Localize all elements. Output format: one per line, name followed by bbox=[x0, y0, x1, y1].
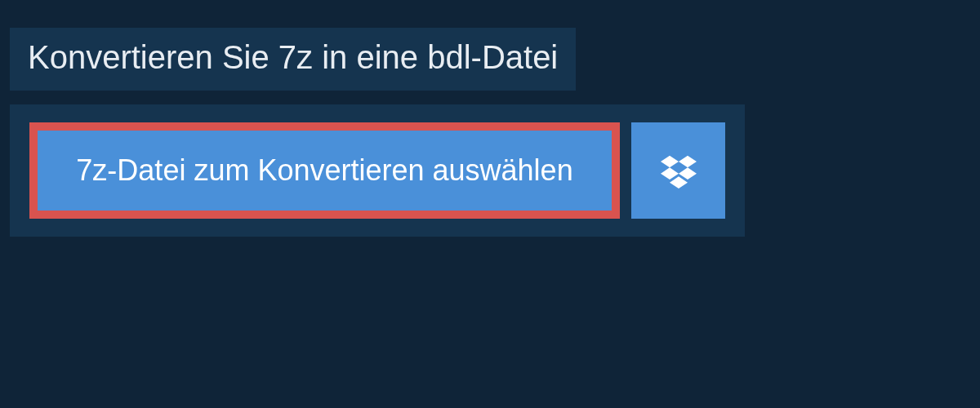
dropbox-icon bbox=[661, 153, 697, 188]
header-bar: Konvertieren Sie 7z in eine bdl-Datei bbox=[10, 28, 576, 91]
select-file-button[interactable]: 7z-Datei zum Konvertieren auswählen bbox=[29, 122, 620, 219]
dropbox-button[interactable] bbox=[631, 122, 725, 219]
upload-panel: 7z-Datei zum Konvertieren auswählen bbox=[10, 104, 745, 237]
upload-button-row: 7z-Datei zum Konvertieren auswählen bbox=[29, 122, 725, 219]
page-title: Konvertieren Sie 7z in eine bdl-Datei bbox=[10, 28, 576, 91]
select-file-label: 7z-Datei zum Konvertieren auswählen bbox=[76, 153, 572, 188]
